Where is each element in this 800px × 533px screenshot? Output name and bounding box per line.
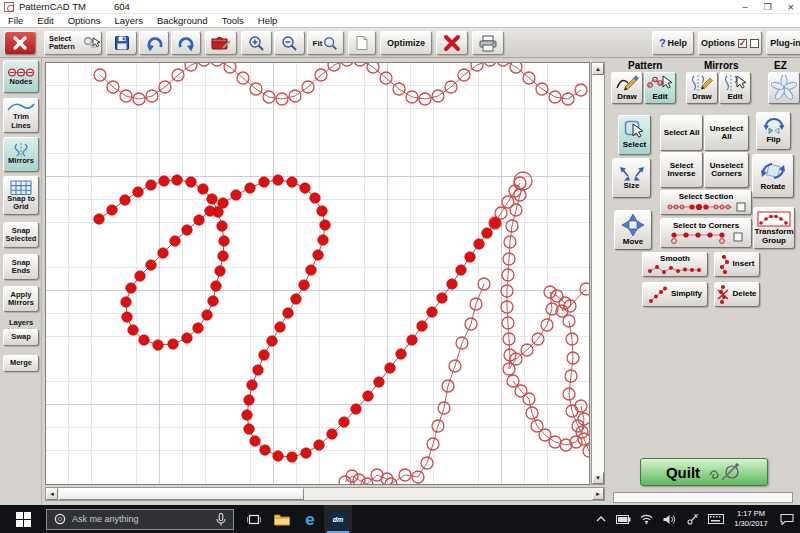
app-icon — [4, 2, 14, 12]
unselect-corners-button[interactable]: Unselect Corners — [704, 152, 749, 188]
menu-edit[interactable]: Edit — [37, 15, 53, 26]
needle-thread-icon — [708, 462, 742, 482]
rotate-button[interactable]: Rotate — [752, 154, 794, 198]
new-page-button[interactable] — [348, 31, 376, 55]
move-button[interactable]: Move — [614, 210, 652, 250]
flip-button[interactable]: Flip — [756, 112, 791, 150]
transform-group-button[interactable]: Transform Group — [753, 207, 795, 249]
tray-chevron-icon[interactable] — [590, 505, 612, 533]
edge-browser-button[interactable]: e — [296, 505, 324, 533]
scroll-right-button[interactable]: ► — [592, 488, 604, 500]
options-button[interactable]: Options ✓ — [698, 31, 762, 55]
edit-nodes-cursor-icon — [647, 74, 673, 92]
ez-flower-icon — [771, 75, 797, 101]
pattern-edit-button[interactable]: Edit — [644, 72, 676, 104]
ez-button[interactable] — [768, 72, 800, 104]
ez-section-header: EZ — [774, 60, 787, 71]
menu-options[interactable]: Options — [68, 15, 101, 26]
battery-icon[interactable] — [612, 505, 635, 533]
mirrors-draw-button[interactable]: Draw — [686, 72, 718, 104]
select-section-icon — [666, 202, 746, 212]
flip-label: Flip — [766, 136, 780, 144]
trim-lines-button[interactable]: Trim Lines — [3, 98, 39, 133]
simplify-button[interactable]: Simplify — [642, 282, 708, 307]
quilt-button[interactable]: Quilt — [640, 458, 768, 486]
snap-ends-label: Snap Ends — [4, 259, 38, 276]
menu-help[interactable]: Help — [258, 15, 278, 26]
pattern-draw-button[interactable]: Draw — [611, 72, 643, 104]
scroll-up-button[interactable]: ▲ — [592, 63, 604, 75]
vertical-scrollbar[interactable]: ▲ ▼ — [591, 62, 605, 485]
toolbox-button[interactable] — [205, 31, 237, 55]
zoom-fit-button[interactable]: Fit — [307, 31, 344, 55]
unchecked-checkbox-icon[interactable] — [750, 39, 759, 48]
select-all-label: Select All — [664, 129, 700, 137]
undo-button[interactable] — [139, 31, 169, 55]
apply-mirrors-button[interactable]: Apply Mirrors — [3, 286, 39, 312]
simplify-icon — [648, 286, 668, 304]
pattern-drawing[interactable] — [46, 63, 589, 484]
select-button[interactable]: Select — [618, 115, 651, 155]
select-to-corners-button[interactable]: Select to Corners — [660, 218, 752, 248]
folder-icon — [274, 513, 290, 526]
scroll-down-button[interactable]: ▼ — [592, 472, 604, 484]
size-button[interactable]: Size — [612, 158, 651, 198]
smooth-button[interactable]: Smooth — [642, 252, 708, 277]
volume-icon[interactable] — [658, 505, 681, 533]
select-pattern-label: Select Pattern — [49, 35, 83, 51]
unselect-all-button[interactable]: Unselect All — [704, 115, 749, 151]
optimize-button[interactable]: Optimize — [380, 31, 432, 55]
print-button[interactable] — [472, 31, 504, 55]
horizontal-scrollbar-thumb[interactable] — [59, 488, 304, 500]
help-button[interactable]: ? Help — [652, 31, 694, 55]
select-pattern-button[interactable]: Select Pattern — [44, 31, 102, 55]
checked-checkbox-icon[interactable]: ✓ — [738, 39, 747, 48]
snap-selected-button[interactable]: Snap Selected — [3, 222, 39, 248]
delete-pattern-button[interactable] — [436, 31, 468, 55]
menu-layers[interactable]: Layers — [114, 15, 143, 26]
usb-connector-icon[interactable] — [681, 505, 704, 533]
file-explorer-button[interactable] — [268, 505, 296, 533]
horizontal-scrollbar[interactable]: ◄ ► — [45, 487, 605, 501]
windows-logo-icon — [16, 512, 31, 527]
start-button[interactable] — [0, 505, 46, 533]
merge-button[interactable]: Merge — [3, 355, 39, 372]
close-button[interactable]: × — [788, 1, 794, 13]
scroll-left-button[interactable]: ◄ — [46, 488, 58, 500]
select-all-button[interactable]: Select All — [660, 115, 703, 151]
select-section-button[interactable]: Select Section — [660, 190, 752, 215]
mirrors-edit-button[interactable]: Edit — [719, 72, 751, 104]
save-button[interactable] — [106, 31, 137, 55]
minimize-button[interactable]: – — [742, 2, 747, 12]
zoom-in-button[interactable] — [241, 31, 272, 55]
close-pattern-button[interactable] — [4, 31, 36, 55]
action-center-button[interactable] — [774, 505, 800, 533]
cortana-search-box[interactable]: Ask me anything — [46, 509, 234, 530]
patterncad-taskbar-button[interactable]: dm — [324, 505, 352, 533]
snap-to-grid-button[interactable]: Snap to Grid — [3, 176, 39, 215]
touch-keyboard-icon[interactable] — [704, 505, 728, 533]
menu-file[interactable]: File — [8, 15, 23, 26]
menu-background[interactable]: Background — [157, 15, 208, 26]
nodes-button[interactable]: Nodes — [3, 60, 39, 93]
plugins-button[interactable]: Plug-ins — [766, 31, 800, 55]
task-view-button[interactable] — [240, 505, 268, 533]
swap-button[interactable]: Swap — [3, 329, 39, 346]
clock[interactable]: 1:17 PM 1/30/2017 — [728, 509, 774, 529]
delete-button[interactable]: Delete — [714, 282, 760, 307]
menu-bar: File Edit Options Layers Background Tool… — [0, 14, 800, 28]
white-x-icon — [11, 34, 29, 52]
rotate-label: Rotate — [761, 183, 786, 191]
maximize-button[interactable]: ❒ — [763, 2, 771, 12]
transform-group-icon — [757, 211, 791, 227]
question-mark-icon: ? — [659, 37, 666, 49]
select-inverse-button[interactable]: Select Inverse — [660, 152, 703, 188]
insert-button[interactable]: Insert — [714, 252, 760, 277]
menu-tools[interactable]: Tools — [222, 15, 244, 26]
wifi-icon[interactable] — [635, 505, 658, 533]
mirrors-button[interactable]: Mirrors — [3, 137, 39, 172]
pattern-canvas[interactable] — [45, 62, 590, 485]
zoom-out-button[interactable] — [274, 31, 305, 55]
snap-ends-button[interactable]: Snap Ends — [3, 254, 39, 280]
redo-button[interactable] — [171, 31, 201, 55]
